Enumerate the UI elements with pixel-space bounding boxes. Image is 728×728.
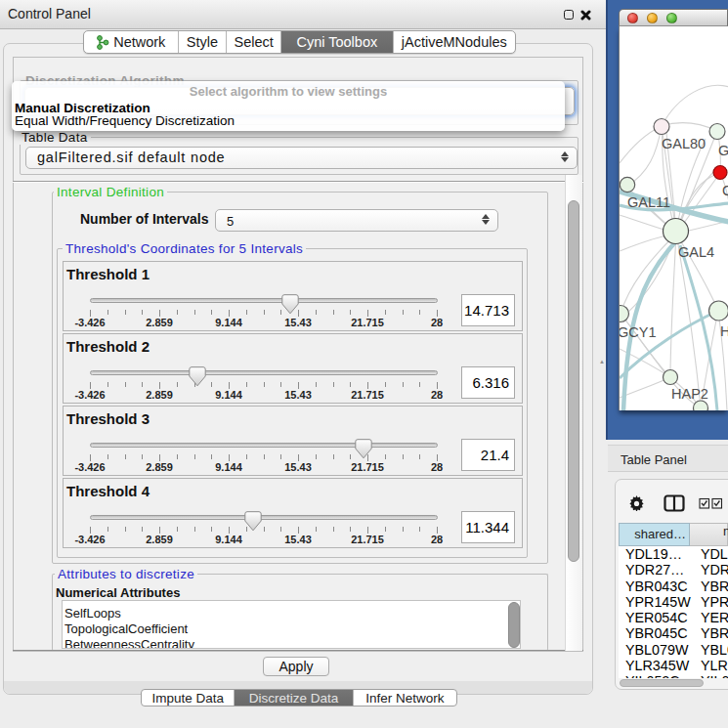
svg-text:GA: GA (718, 143, 728, 158)
svg-text:GCY1: GCY1 (620, 324, 657, 340)
svg-text:C: C (722, 183, 728, 198)
svg-text:GAL4: GAL4 (678, 244, 714, 260)
svg-text:HAP2: HAP2 (671, 386, 708, 402)
svg-text:GAL80: GAL80 (662, 136, 706, 151)
svg-text:GAL11: GAL11 (627, 194, 670, 210)
svg-text:H: H (720, 323, 728, 339)
